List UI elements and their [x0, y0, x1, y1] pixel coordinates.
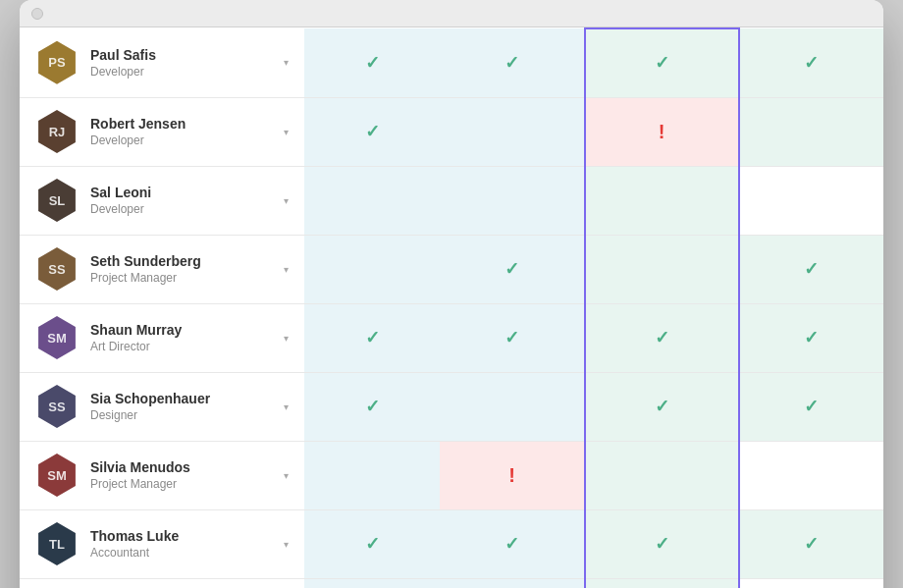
avatar: SS: [35, 247, 79, 291]
person-cell-thomas-luke[interactable]: TL Thomas Luke Accountant ▾: [20, 509, 304, 578]
data-cell-sal-leoni-col1: [440, 166, 585, 235]
data-cell-seth-sunderberg-col2: [585, 235, 739, 303]
chevron-icon[interactable]: ▾: [284, 264, 289, 275]
data-cell-thomas-luke-col2: ✓: [585, 509, 739, 578]
check-icon: ✓: [365, 122, 380, 141]
check-icon: ✓: [804, 534, 819, 554]
data-cell-tina-horace-col1: ✓: [440, 578, 585, 588]
check-icon: ✓: [365, 328, 380, 347]
person-name: Sal Leoni: [90, 185, 268, 200]
check-icon: ✓: [505, 328, 519, 347]
chevron-icon[interactable]: ▾: [284, 539, 289, 550]
data-cell-shaun-murray-col3: ✓: [739, 303, 884, 372]
traffic-light-close[interactable]: [31, 8, 43, 20]
table-row: PS Paul Safis Developer ▾ ✓✓✓✓: [20, 28, 883, 97]
chevron-icon[interactable]: ▾: [284, 57, 289, 68]
check-icon: ✓: [655, 534, 669, 554]
person-role: Art Director: [90, 340, 268, 353]
data-cell-paul-safis-col2: ✓: [585, 28, 739, 97]
person-role: Developer: [90, 65, 268, 79]
data-cell-shaun-murray-col2: ✓: [585, 303, 739, 372]
avatar: SL: [35, 179, 79, 222]
table-container: PS Paul Safis Developer ▾ ✓✓✓✓ RJ Robert…: [20, 27, 883, 588]
table-row: SM Shaun Murray Art Director ▾ ✓✓✓✓: [20, 303, 883, 372]
exclaim-icon: !: [508, 464, 515, 486]
table-row: TH Tina Horace ▾ ✓✓: [20, 578, 883, 588]
person-info: Robert Jensen Developer: [90, 116, 268, 147]
person-cell-tina-horace[interactable]: TH Tina Horace ▾: [20, 578, 304, 588]
person-role: Developer: [90, 202, 268, 216]
data-cell-sia-schopenhauer-col2: ✓: [585, 372, 739, 441]
person-role: Developer: [90, 134, 268, 147]
person-name: Robert Jensen: [90, 116, 268, 132]
data-cell-tina-horace-col0: ✓: [304, 578, 440, 588]
person-role: Designer: [90, 408, 268, 422]
person-cell-shaun-murray[interactable]: SM Shaun Murray Art Director ▾: [20, 303, 304, 372]
table-row: SS Seth Sunderberg Project Manager ▾ ✓✓: [20, 235, 883, 303]
check-icon: ✓: [804, 53, 819, 73]
data-cell-paul-safis-col1: ✓: [440, 28, 585, 97]
avatar: SM: [35, 454, 79, 497]
table-row: SS Sia Schopenhauer Designer ▾ ✓✓✓: [20, 372, 883, 441]
person-cell-paul-safis[interactable]: PS Paul Safis Developer ▾: [20, 28, 304, 97]
chevron-icon[interactable]: ▾: [284, 195, 289, 206]
chevron-icon[interactable]: ▾: [284, 127, 289, 137]
table-row: TL Thomas Luke Accountant ▾ ✓✓✓✓: [20, 509, 883, 578]
check-icon: ✓: [365, 534, 380, 554]
chevron-icon[interactable]: ▾: [284, 401, 289, 412]
check-icon: ✓: [505, 53, 519, 73]
data-cell-robert-jensen-col1: [440, 97, 585, 166]
data-cell-silvia-menudos-col0: [304, 441, 440, 509]
person-cell-sia-schopenhauer[interactable]: SS Sia Schopenhauer Designer ▾: [20, 372, 304, 441]
check-icon: ✓: [655, 328, 669, 347]
avatar: TL: [35, 522, 79, 565]
data-cell-paul-safis-col3: ✓: [739, 28, 884, 97]
person-cell-robert-jensen[interactable]: RJ Robert Jensen Developer ▾: [20, 97, 304, 166]
data-cell-sal-leoni-col3: [739, 166, 884, 235]
person-name: Shaun Murray: [90, 322, 268, 338]
table-row: SL Sal Leoni Developer ▾: [20, 166, 883, 235]
person-cell-seth-sunderberg[interactable]: SS Seth Sunderberg Project Manager ▾: [20, 235, 304, 303]
check-icon: ✓: [804, 259, 819, 279]
data-cell-paul-safis-col0: ✓: [304, 28, 440, 97]
person-name: Silvia Menudos: [90, 459, 268, 475]
data-cell-tina-horace-col2: [585, 578, 739, 588]
person-role: Project Manager: [90, 271, 268, 285]
data-cell-thomas-luke-col0: ✓: [304, 509, 440, 578]
data-cell-seth-sunderberg-col0: [304, 235, 440, 303]
table-row: SM Silvia Menudos Project Manager ▾ !: [20, 441, 883, 509]
chevron-icon[interactable]: ▾: [284, 333, 289, 344]
person-info: Paul Safis Developer: [90, 47, 268, 79]
data-cell-sia-schopenhauer-col3: ✓: [739, 372, 884, 441]
avatar: PS: [35, 41, 79, 84]
data-cell-sal-leoni-col2: [585, 166, 739, 235]
person-info: Shaun Murray Art Director: [90, 322, 268, 353]
data-cell-silvia-menudos-col1: !: [440, 441, 585, 509]
data-cell-seth-sunderberg-col1: ✓: [440, 235, 585, 303]
person-name: Seth Sunderberg: [90, 253, 268, 269]
person-cell-silvia-menudos[interactable]: SM Silvia Menudos Project Manager ▾: [20, 441, 304, 509]
person-cell-sal-leoni[interactable]: SL Sal Leoni Developer ▾: [20, 166, 304, 235]
data-cell-sia-schopenhauer-col1: [440, 372, 585, 441]
data-cell-sia-schopenhauer-col0: ✓: [304, 372, 440, 441]
check-icon: ✓: [505, 534, 519, 554]
data-cell-robert-jensen-col0: ✓: [304, 97, 440, 166]
data-cell-seth-sunderberg-col3: ✓: [739, 235, 884, 303]
check-icon: ✓: [804, 328, 819, 347]
titlebar: [20, 0, 883, 27]
check-icon: ✓: [505, 259, 519, 279]
exclaim-icon: !: [659, 121, 665, 142]
person-info: Thomas Luke Accountant: [90, 528, 268, 560]
data-cell-silvia-menudos-col2: [585, 441, 739, 509]
data-cell-thomas-luke-col1: ✓: [440, 509, 585, 578]
table-row: RJ Robert Jensen Developer ▾ ✓!: [20, 97, 883, 166]
data-cell-tina-horace-col3: [739, 578, 884, 588]
chevron-icon[interactable]: ▾: [284, 470, 289, 481]
person-info: Sal Leoni Developer: [90, 185, 268, 216]
check-icon: ✓: [365, 53, 380, 73]
avatar: SS: [35, 385, 79, 428]
person-info: Silvia Menudos Project Manager: [90, 459, 268, 491]
data-cell-shaun-murray-col1: ✓: [440, 303, 585, 372]
avatar: RJ: [35, 110, 79, 153]
person-name: Paul Safis: [90, 47, 268, 63]
